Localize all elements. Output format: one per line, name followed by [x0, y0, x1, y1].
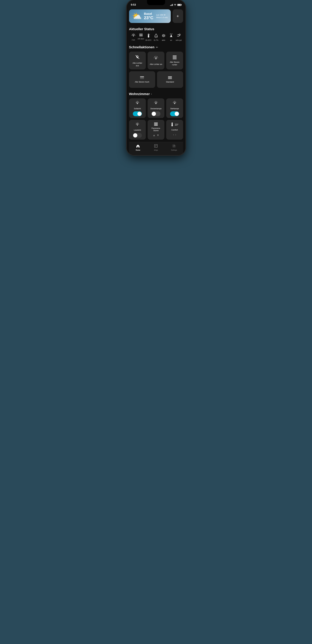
dingz-nav-icon [154, 144, 158, 148]
action-all-lights-on[interactable]: Alle Lichter an [148, 52, 164, 70]
status-item-lights[interactable]: 2 an [130, 34, 137, 41]
device-leselicht[interactable]: Leselicht [129, 120, 146, 140]
weather-row: ⛅ Basel 23°C Lux 19k W Wind 3.5 m/s + [129, 9, 183, 23]
status-item-alarm[interactable]: an [168, 34, 175, 41]
home-nav-label: Home [136, 149, 140, 151]
status-item-temp[interactable]: °C 20-23°C [145, 34, 152, 41]
leselicht-knob [133, 133, 137, 138]
device-grid: Sofalicht [129, 98, 183, 140]
room-title: Wohnzimmer [129, 92, 150, 96]
sofalicht-label: Sofalicht [134, 108, 141, 110]
device-comfort[interactable]: 23° Comfort ‹ › [166, 120, 183, 140]
room-chevron-icon: › [151, 92, 152, 96]
action-all-blinds-down[interactable]: Alle Storen runter [166, 52, 183, 70]
home-nav-icon [136, 144, 140, 148]
standard-label: Standard [166, 81, 174, 83]
comfort-thermo-icon [171, 122, 174, 128]
main-content: ⛅ Basel 23°C Lux 19k W Wind 3.5 m/s + Ak… [127, 8, 186, 155]
status-label-active: aktiv [162, 39, 165, 41]
svg-text:°C: °C [149, 34, 150, 35]
edit-icon[interactable]: ✏ [156, 46, 158, 49]
quick-actions-grid-1: Alle Lichter aus Alle Lichter an [129, 52, 183, 70]
weather-temp: 23°C [144, 16, 154, 20]
add-button[interactable]: + [172, 9, 183, 23]
signal-bar-4 [172, 4, 173, 6]
deckenlampe-toggle[interactable] [152, 112, 160, 116]
signal-bar-3 [172, 4, 172, 6]
blind-status-icon [139, 34, 143, 37]
current-status-header: Aktueller Status [129, 27, 183, 31]
svg-point-51 [172, 125, 172, 126]
status-label-humidity: 31.7% [154, 39, 158, 41]
comfort-label: Comfort [171, 129, 178, 131]
action-all-lights-off[interactable]: Alle Lichter aus [129, 52, 146, 70]
temp-status-icon: °C [147, 34, 150, 38]
action-standard[interactable]: Standard [157, 71, 183, 88]
nav-settings[interactable]: Settings [165, 144, 183, 151]
svg-line-22 [154, 56, 155, 57]
weather-card[interactable]: ⛅ Basel 23°C Lux 19k W Wind 3.5 m/s [129, 9, 171, 23]
stehlampe-toggle[interactable] [170, 112, 179, 116]
svg-rect-52 [154, 144, 158, 148]
nav-home[interactable]: Home [129, 144, 147, 151]
room-header[interactable]: Wohnzimmer › [129, 92, 183, 96]
signal-bar-1 [170, 5, 170, 6]
humidity-status-icon [154, 34, 158, 38]
device-stehlampe[interactable]: Stehlampe [166, 98, 183, 118]
action-all-blinds-up[interactable]: Alle Storen hoch [129, 71, 155, 88]
panorama-storen-icon [154, 122, 158, 126]
dingz-nav-label: dingz [154, 149, 158, 151]
comfort-temp-label: 23° [175, 124, 178, 126]
svg-point-30 [155, 102, 157, 104]
deckenlampe-icon [154, 101, 158, 106]
stehlampe-knob [175, 112, 179, 116]
light-status-icon [132, 34, 136, 38]
deckenlampe-knob [152, 112, 156, 116]
all-lights-on-label: Alle Lichter an [150, 63, 162, 66]
status-label-lights: 2 an [132, 39, 135, 41]
active-status-icon [162, 34, 166, 38]
settings-nav-icon [172, 144, 176, 148]
leselicht-label: Leselicht [134, 129, 141, 132]
quick-actions-title: Schnellaktionen [129, 45, 154, 49]
standard-icon [168, 76, 172, 79]
all-blinds-down-label: Alle Storen runter [168, 61, 181, 66]
svg-point-15 [179, 34, 180, 36]
comfort-left-btn[interactable]: ‹ [173, 133, 174, 136]
status-label-alarm: an [170, 39, 172, 41]
all-blinds-up-icon [140, 76, 144, 79]
status-item-blinds[interactable]: 2/9 oben [137, 34, 145, 40]
sofalicht-toggle[interactable] [133, 112, 142, 116]
phone-frame: 9:53 ⛅ Basel [127, 0, 186, 155]
svg-line-4 [132, 34, 132, 34]
status-label-blinds: 2/9 oben [138, 38, 144, 40]
device-panorama-storen[interactable]: Panorama-Storen ▲ ▼ [148, 120, 164, 140]
nav-dingz[interactable]: dingz [147, 144, 165, 151]
quick-actions-header: Schnellaktionen ✏ [129, 45, 183, 49]
wifi-icon [174, 4, 176, 6]
svg-rect-8 [148, 34, 149, 36]
status-icons [170, 4, 181, 6]
panorama-storen-down-btn[interactable]: ▼ [156, 134, 159, 137]
notch [147, 0, 165, 5]
status-item-active[interactable]: aktiv [160, 34, 168, 41]
svg-point-36 [174, 102, 176, 104]
weather-lux: Lux 19k W [156, 14, 168, 16]
leselicht-toggle[interactable] [133, 133, 142, 138]
status-label-temp: 20-23°C [145, 39, 152, 41]
all-lights-on-icon [154, 56, 158, 61]
device-sofalicht[interactable]: Sofalicht [129, 98, 146, 118]
panorama-storen-up-btn[interactable]: ▲ [153, 134, 156, 137]
comfort-right-btn[interactable]: › [175, 133, 176, 136]
svg-rect-53 [155, 146, 157, 146]
current-status-title: Aktueller Status [129, 27, 154, 31]
status-item-humidity[interactable]: 31.7% [152, 34, 160, 41]
status-time: 9:53 [131, 3, 136, 6]
status-item-air[interactable]: sehr gut [175, 34, 182, 41]
sofalicht-icon [135, 101, 140, 106]
settings-nav-label: Settings [171, 149, 177, 151]
weather-wind: Wind 3.5 m/s [156, 16, 168, 18]
all-blinds-down-icon [173, 56, 176, 59]
device-deckenlampe[interactable]: Deckenlampe [148, 98, 164, 118]
air-status-icon [176, 34, 181, 38]
